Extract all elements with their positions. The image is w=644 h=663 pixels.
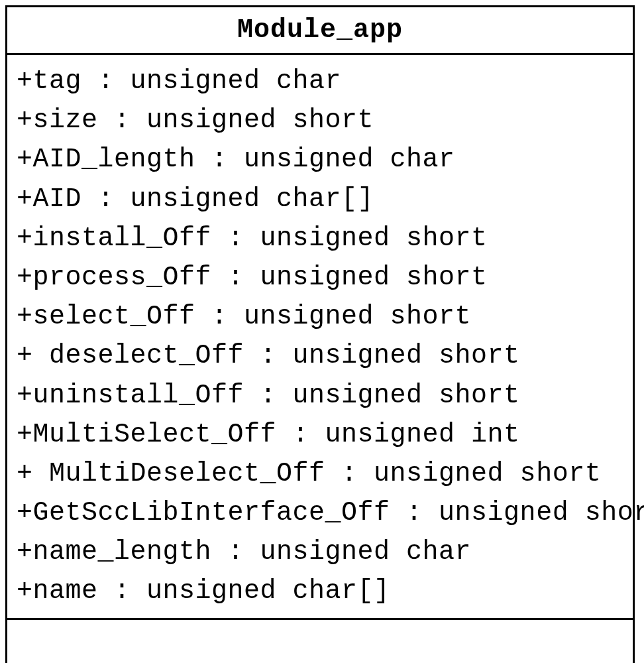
uml-attribute-row: +MultiSelect_Off : unsigned int — [17, 415, 623, 454]
uml-attribute-row: +AID_length : unsigned char — [17, 140, 623, 179]
uml-attribute-row: +AID : unsigned char[] — [17, 180, 623, 219]
uml-class-name: Module_app — [7, 7, 633, 55]
uml-attribute-row: +install_Off : unsigned short — [17, 219, 623, 258]
uml-attribute-row: +name_length : unsigned char — [17, 532, 623, 572]
uml-attribute-row: +size : unsigned short — [17, 101, 623, 140]
uml-class-box: Module_app +tag : unsigned char +size : … — [5, 5, 635, 663]
uml-attributes-compartment: +tag : unsigned char +size : unsigned sh… — [7, 55, 633, 620]
uml-methods-compartment — [7, 620, 633, 663]
uml-attribute-row: +select_Off : unsigned short — [17, 297, 623, 336]
uml-attribute-row: +GetSccLibInterface_Off : unsigned short — [17, 493, 623, 532]
uml-attribute-row: +uninstall_Off : unsigned short — [17, 376, 623, 415]
uml-attribute-row: +name : unsigned char[] — [17, 572, 623, 611]
uml-attribute-row: +process_Off : unsigned short — [17, 258, 623, 297]
uml-attribute-row: + deselect_Off : unsigned short — [17, 336, 623, 375]
uml-attribute-row: + MultiDeselect_Off : unsigned short — [17, 454, 623, 493]
uml-attribute-row: +tag : unsigned char — [17, 62, 623, 101]
